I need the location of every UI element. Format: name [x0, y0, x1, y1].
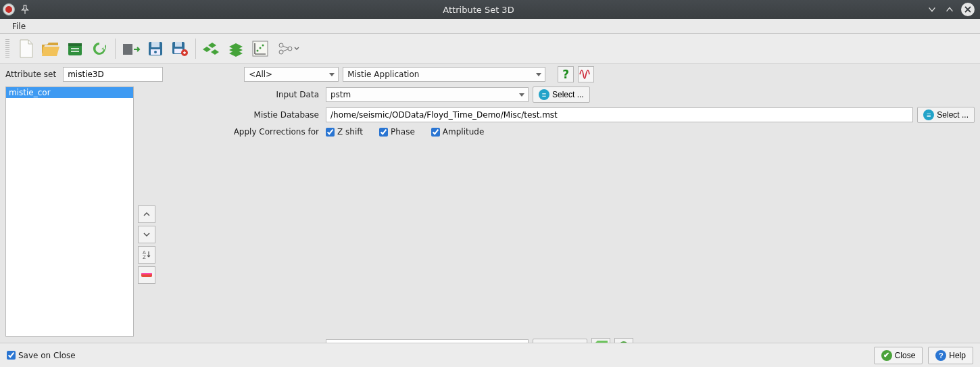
menu-file[interactable]: File [7, 20, 31, 32]
crossplot-icon[interactable] [249, 37, 272, 60]
graph-icon[interactable] [273, 37, 303, 60]
select-label: Select ... [552, 90, 584, 99]
amplitude-label: Amplitude [443, 127, 485, 137]
input-data-combo[interactable]: pstm [326, 87, 529, 102]
toolbar-handle [5, 39, 9, 58]
save-on-close-checkbox[interactable]: Save on Close [7, 351, 76, 360]
app-icon [3, 3, 15, 16]
reload-icon[interactable] [88, 37, 111, 60]
select-label: Select ... [937, 110, 969, 120]
list-item[interactable]: mistie_cor [6, 87, 133, 98]
mistie-db-select-button[interactable]: ≡Select ... [917, 107, 975, 123]
maximize-button[interactable] [944, 3, 956, 16]
import-icon[interactable] [120, 37, 143, 60]
bottom-bar: Save on Close ✔ Close ? Help [0, 343, 980, 367]
save-on-close-label: Save on Close [18, 351, 76, 360]
open-icon[interactable] [39, 37, 62, 60]
input-data-select-button[interactable]: ≡Select ... [533, 87, 590, 103]
attr-set-input[interactable] [63, 67, 163, 82]
svg-rect-1 [68, 43, 82, 46]
check-icon: ✔ [881, 350, 892, 361]
svg-text:Z: Z [143, 255, 146, 260]
zshift-label: Z shift [337, 127, 363, 137]
save-icon[interactable] [144, 37, 167, 60]
close-window-button[interactable] [961, 3, 975, 16]
help-icon[interactable]: ? [558, 66, 574, 82]
svg-marker-11 [203, 47, 211, 52]
window-title: Attribute Set 3D [31, 5, 926, 15]
input-data-value: pstm [330, 90, 351, 99]
menubar: File [0, 19, 980, 34]
svg-marker-13 [211, 49, 219, 55]
mistie-db-input[interactable] [326, 107, 913, 122]
default-set-icon[interactable] [64, 37, 87, 60]
remove-button[interactable] [138, 266, 155, 284]
help-button[interactable]: ? Help [928, 347, 973, 364]
question-icon: ? [935, 350, 946, 361]
input-data-label: Input Data [166, 90, 322, 99]
svg-marker-12 [208, 43, 216, 48]
mistie-db-label: Mistie Database [166, 110, 322, 120]
new-icon[interactable] [15, 37, 38, 60]
svg-rect-27 [141, 273, 152, 274]
move-up-button[interactable] [138, 205, 155, 223]
minimize-button[interactable] [926, 3, 938, 16]
svg-rect-2 [123, 44, 132, 55]
close-label: Close [895, 351, 916, 360]
phase-label: Phase [391, 127, 415, 137]
attr-type-combo-value: Mistie Application [347, 70, 419, 79]
close-button[interactable]: ✔ Close [874, 347, 923, 364]
evaluate-multi-icon[interactable] [200, 37, 223, 60]
svg-point-21 [279, 43, 283, 47]
toolbar [0, 34, 980, 64]
zshift-checkbox[interactable]: Z shift [326, 127, 363, 137]
evaluate-stack-icon[interactable] [224, 37, 247, 60]
help-label: Help [949, 351, 966, 360]
svg-point-23 [288, 47, 292, 51]
pin-icon[interactable] [19, 3, 31, 16]
attr-set-label: Attribute set [5, 70, 59, 79]
filter-combo-value: <All> [249, 70, 272, 79]
save-as-icon[interactable] [168, 37, 191, 60]
attr-type-combo[interactable]: Mistie Application [343, 67, 545, 82]
list-icon: ≡ [923, 109, 934, 120]
svg-rect-8 [175, 42, 182, 47]
move-down-button[interactable] [138, 226, 155, 243]
corrections-label: Apply Corrections for [166, 127, 322, 137]
svg-point-6 [154, 51, 157, 53]
window-titlebar: Attribute Set 3D [0, 0, 980, 19]
phase-checkbox[interactable]: Phase [379, 127, 415, 137]
svg-point-18 [257, 49, 259, 51]
svg-rect-4 [151, 42, 160, 47]
sort-button[interactable]: AZ [138, 246, 155, 264]
svg-point-20 [262, 44, 264, 46]
svg-point-19 [260, 47, 262, 49]
amplitude-checkbox[interactable]: Amplitude [431, 127, 485, 137]
attribute-list[interactable]: mistie_cor [5, 87, 134, 337]
list-icon: ≡ [539, 89, 549, 100]
svg-point-22 [279, 50, 283, 54]
wavelet-icon[interactable] [578, 66, 594, 82]
filter-combo[interactable]: <All> [244, 67, 339, 82]
